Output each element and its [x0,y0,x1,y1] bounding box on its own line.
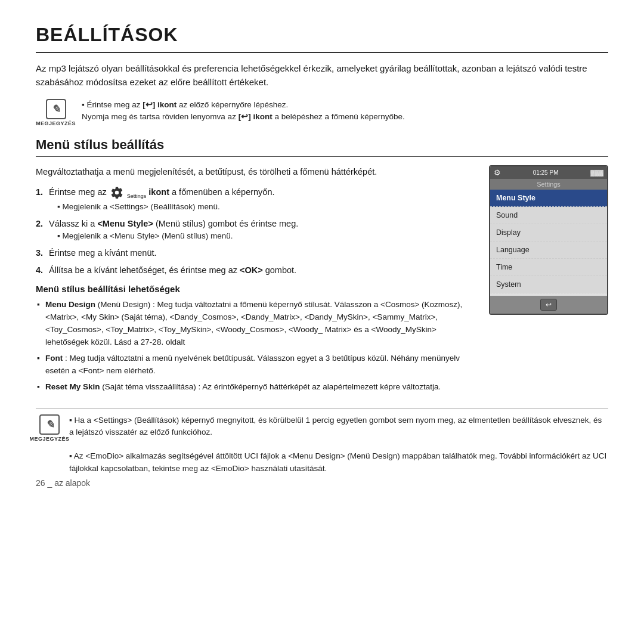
device-settings-label: Settings [490,179,607,190]
device-gear-icon: ⚙ [494,168,501,177]
bullet-item-reset-skin: Reset My Skin (Saját téma visszaállítása… [36,381,477,394]
note-text-2: ▪ Ha a <Settings> (Beállítások) képernyő… [69,414,608,475]
step-num-3: 3. [36,246,43,259]
step-4: 4. Állítsa be a kívánt lehetőséget, és é… [36,264,477,277]
device-menu-item-sound[interactable]: Sound [490,207,607,224]
intro-text: Az mp3 lejátszó olyan beállításokkal és … [36,61,608,89]
steps-list: 1. Érintse meg az Settings ikont a főmen… [36,185,477,277]
footer-suffix: _ az alapok [45,478,91,488]
gear-icon [110,186,123,199]
note-label-1: MEGJEGYZÉS [36,120,76,126]
note-icon-wrap-1: ✎ MEGJEGYZÉS [36,99,76,126]
device-menu-item-language[interactable]: Language [490,242,607,259]
bullet-list: Menu Design (Menü Design) : Meg tudja vá… [36,299,477,393]
note-icon-2: ✎ [39,414,60,435]
bullet-item-menu-design: Menu Design (Menü Design) : Meg tudja vá… [36,299,477,349]
bullet-item-font: Font : Meg tudja változtatni a menü nyel… [36,352,477,377]
device-screen: ⚙ 01:25 PM ▓▓▓ Settings Menu Style Sound… [489,165,608,315]
left-col: Megváltoztathatja a menü megjelenítését,… [36,165,477,401]
device-menu-item-menu-style[interactable]: Menu Style [490,190,607,207]
content-area: Megváltoztathatja a menü megjelenítését,… [36,165,608,401]
step-2: 2. Válassz ki a <Menu Style> (Menü stílu… [36,217,477,243]
device-time: 01:25 PM [533,169,559,176]
page-title: BEÁLLÍTÁSOK [36,24,608,46]
page-footer: 26 _ az alapok [36,478,608,488]
subsection-title: Menü stílus beállítási lehetőségek [36,284,477,294]
step-1: 1. Érintse meg az Settings ikont a főmen… [36,185,477,213]
section-intro: Megváltoztathatja a menü megjelenítését,… [36,165,477,178]
step-num-4: 4. [36,264,43,277]
device-back-button[interactable]: ↩ [540,299,557,311]
step-1-sub: Megjelenik a <Settings> (Beállítások) me… [49,201,477,213]
step-num-2: 2. [36,217,43,230]
device-menu-item-time[interactable]: Time [490,259,607,276]
note-icon-1: ✎ [46,99,66,119]
right-col: ⚙ 01:25 PM ▓▓▓ Settings Menu Style Sound… [489,165,608,401]
device-top-bar: ⚙ 01:25 PM ▓▓▓ [490,166,607,179]
note-label-2: MEGJEGYZÉS [30,436,70,442]
device-menu-item-display[interactable]: Display [490,224,607,242]
note-box-1: ✎ MEGJEGYZÉS ▪ Érintse meg az [↩] ikont … [36,99,608,126]
page-number: 26 [36,478,45,488]
section-title: Menü stílus beállítás [36,137,608,153]
device-menu-item-system[interactable]: System [490,276,607,293]
step-num-1: 1. [36,185,43,199]
device-back-bar: ↩ [490,296,607,314]
device-battery: ▓▓▓ [590,169,603,176]
bottom-rule [36,408,608,408]
settings-sub-label: Settings [127,193,147,201]
section-rule [36,156,608,157]
title-rule [36,52,608,53]
step-3: 3. Érintse meg a kívánt menüt. [36,246,477,259]
note-text-1: ▪ Érintse meg az [↩] ikont az előző képe… [82,99,405,123]
note-icon-wrap-2: ✎ MEGJEGYZÉS [36,414,63,442]
step-2-sub: Megjelenik a <Menu Style> (Menü stílus) … [49,230,477,243]
note-box-2: ✎ MEGJEGYZÉS ▪ Ha a <Settings> (Beállítá… [36,414,608,475]
